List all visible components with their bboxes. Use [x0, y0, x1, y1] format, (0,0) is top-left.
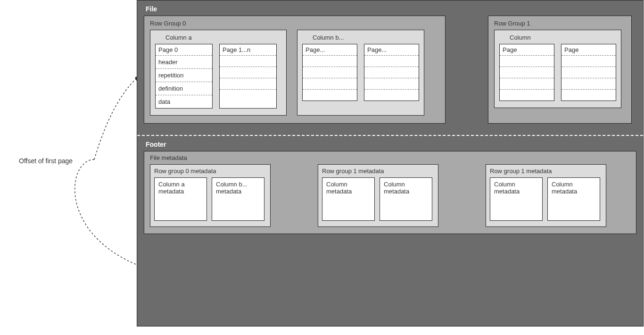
column-metadata: Column metadata	[490, 177, 543, 221]
page-row	[561, 89, 616, 100]
column-title: Column b...	[302, 33, 419, 44]
file-container: File Row Group 0 Column a Page 0 header …	[137, 0, 644, 327]
page-row	[500, 78, 554, 89]
page-row	[364, 78, 419, 89]
column: Column Page Page	[494, 30, 621, 108]
page-row	[500, 55, 554, 67]
column-metadata: Column metadata	[380, 177, 432, 221]
row-group-meta-title: Row group 1 metadata	[490, 167, 602, 177]
page-row	[364, 89, 419, 100]
row-group-title: Row Group 1	[494, 19, 626, 30]
column-a: Column a Page 0 header repetition defini…	[150, 30, 287, 116]
page-row-data: data	[156, 95, 212, 108]
page-row-repetition: repetition	[156, 68, 212, 82]
page-title: Page...	[303, 44, 357, 55]
row-group-meta-title: Row group 0 metadata	[154, 167, 266, 177]
page-row	[364, 55, 419, 67]
page-0: Page 0 header repetition definition data	[155, 44, 213, 109]
footer-area: Footer File metadata Row group 0 metadat…	[137, 136, 643, 234]
page-row	[220, 67, 276, 78]
page-row	[500, 67, 554, 78]
page-title: Page	[561, 44, 616, 55]
page: Page	[499, 44, 554, 101]
column-metadata: Column a metadata	[154, 177, 207, 221]
page-row	[303, 55, 357, 67]
row-group-1-metadata-b: Row group 1 metadata Column metadata Col…	[486, 164, 606, 227]
file-metadata: File metadata Row group 0 metadata Colum…	[144, 151, 636, 234]
page-row	[220, 55, 276, 67]
page: Page	[561, 44, 616, 101]
page-row-definition: definition	[156, 82, 212, 95]
row-group-title: Row Group 0	[150, 19, 439, 30]
page-title: Page 1...n	[220, 44, 276, 55]
page-title: Page 0	[156, 44, 212, 55]
page-row	[561, 78, 616, 89]
page-row	[303, 67, 357, 78]
column-metadata: Column b... metadata	[212, 177, 264, 221]
page-row	[500, 89, 554, 100]
column-metadata: Column metadata	[547, 177, 600, 221]
file-metadata-title: File metadata	[150, 153, 630, 164]
row-group-0-metadata: Row group 0 metadata Column a metadata C…	[150, 164, 271, 227]
page-title: Page...	[364, 44, 419, 55]
file-label: File	[137, 0, 643, 16]
page-row-header: header	[156, 55, 212, 68]
column-title: Column a	[155, 33, 281, 44]
page-1n: Page 1...n	[219, 44, 277, 109]
page-row	[303, 89, 357, 100]
row-group-1-metadata: Row group 1 metadata Column metadata Col…	[318, 164, 438, 227]
row-group-0: Row Group 0 Column a Page 0 header repet…	[144, 16, 446, 124]
page-row	[303, 78, 357, 89]
page-row	[220, 89, 276, 100]
column-b: Column b... Page... Page	[297, 30, 424, 116]
page-row	[220, 78, 276, 89]
page-row	[364, 67, 419, 78]
page-row	[561, 55, 616, 67]
row-groups: Row Group 0 Column a Page 0 header repet…	[137, 16, 643, 124]
offset-label: Offset of first page	[19, 157, 73, 165]
row-group-1: Row Group 1 Column Page	[488, 16, 632, 124]
page-row	[561, 67, 616, 78]
page: Page...	[364, 44, 419, 101]
footer-label: Footer	[137, 136, 643, 151]
page: Page...	[302, 44, 357, 101]
column-metadata: Column metadata	[322, 177, 375, 221]
page-title: Page	[500, 44, 554, 55]
column-title: Column	[499, 33, 616, 44]
row-group-meta-title: Row group 1 metadata	[322, 167, 434, 177]
